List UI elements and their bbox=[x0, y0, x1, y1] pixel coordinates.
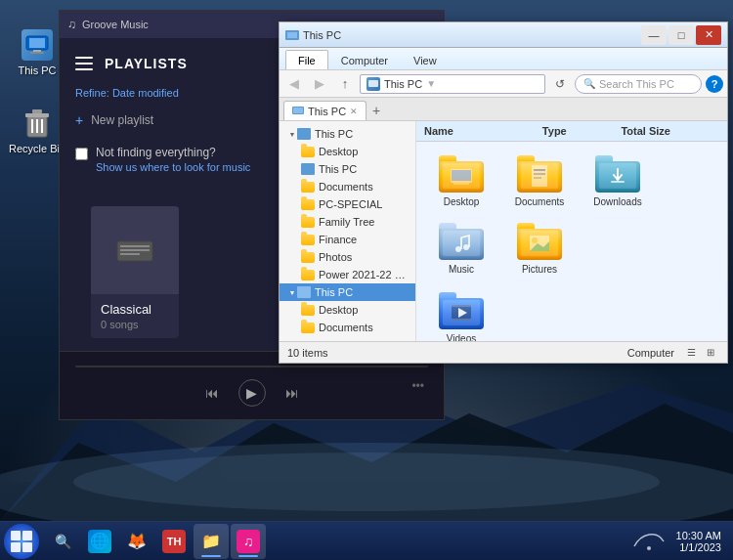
tree-item-this-pc-root[interactable]: This PC bbox=[280, 125, 415, 143]
view-tiles-button[interactable]: ⊞ bbox=[702, 345, 719, 361]
folder-icon-music bbox=[439, 223, 484, 260]
taskbar-app-explorer[interactable]: 📁 bbox=[194, 524, 229, 559]
folder-icon-videos bbox=[439, 292, 484, 329]
folder-label-documents: Documents bbox=[515, 196, 565, 207]
more-button[interactable]: ••• bbox=[411, 379, 424, 393]
col-header-type[interactable]: Type bbox=[542, 125, 622, 137]
plus-icon: + bbox=[75, 112, 83, 128]
taskbar-app-th[interactable]: TH bbox=[156, 524, 192, 559]
tree-item-power[interactable]: Power 2021-22 Utili bbox=[280, 266, 415, 283]
folder-tile-videos[interactable]: Videos bbox=[426, 288, 496, 341]
svg-rect-9 bbox=[25, 113, 49, 117]
tree-folder-icon-family bbox=[301, 217, 315, 228]
explorer-window: This PC — □ ✕ File Computer View ◀ ▶ ↑ bbox=[279, 22, 728, 364]
expand-arrow-2 bbox=[287, 287, 297, 297]
playlist-info: Classical 0 songs bbox=[91, 294, 179, 338]
explorer-taskbar-icon: 📁 bbox=[199, 530, 223, 553]
ribbon-tab-computer[interactable]: Computer bbox=[328, 50, 401, 69]
tree-label-photos: Photos bbox=[319, 251, 352, 263]
playlist-thumb bbox=[91, 206, 179, 294]
svg-rect-5 bbox=[29, 38, 45, 48]
tree-label-documents-2: Documents bbox=[319, 322, 373, 333]
folder-tile-desktop[interactable]: Desktop bbox=[426, 151, 496, 211]
tree-item-this-pc-highlighted[interactable]: This PC bbox=[280, 283, 415, 301]
not-finding-subtitle[interactable]: Show us where to look for music bbox=[96, 161, 250, 173]
help-button[interactable]: ? bbox=[706, 75, 723, 93]
col-header-size[interactable]: Total Size bbox=[621, 125, 700, 137]
up-button[interactable]: ↑ bbox=[334, 73, 356, 95]
clock-date: 1/1/2023 bbox=[676, 541, 721, 553]
folder-tile-music[interactable]: Music bbox=[426, 219, 496, 279]
search-box[interactable]: 🔍 Search This PC bbox=[575, 74, 702, 94]
folder-tile-pictures[interactable]: Pictures bbox=[504, 219, 575, 279]
address-dropdown-icon[interactable]: ▼ bbox=[426, 78, 436, 89]
svg-rect-20 bbox=[368, 80, 378, 87]
groove-sidebar-title: PLAYLISTS bbox=[105, 56, 188, 71]
back-button[interactable]: ◀ bbox=[283, 73, 305, 95]
tree-folder-icon-docs bbox=[301, 182, 315, 193]
new-tab-button[interactable]: + bbox=[366, 101, 386, 120]
play-button[interactable]: ▶ bbox=[238, 379, 266, 407]
tab-close-button[interactable]: ✕ bbox=[350, 107, 358, 116]
next-button[interactable]: ⏭ bbox=[285, 385, 299, 401]
explorer-active-indicator bbox=[201, 555, 221, 557]
prev-button[interactable]: ⏮ bbox=[205, 385, 219, 401]
ribbon-tab-view[interactable]: View bbox=[401, 50, 450, 69]
svg-rect-27 bbox=[534, 169, 545, 171]
tree-item-desktop-2[interactable]: Desktop bbox=[280, 301, 415, 319]
tree-item-label: This PC bbox=[315, 128, 353, 140]
desktop-icon-this-pc[interactable]: This PC bbox=[8, 29, 66, 76]
tree-item-finance[interactable]: Finance bbox=[280, 231, 415, 248]
not-finding-checkbox[interactable] bbox=[75, 148, 88, 160]
folder-tile-documents[interactable]: Documents bbox=[504, 151, 575, 211]
tree-item-photos[interactable]: Photos bbox=[280, 248, 415, 266]
view-details-button[interactable]: ☰ bbox=[682, 345, 700, 361]
svg-rect-16 bbox=[120, 249, 150, 251]
tree-item-desktop[interactable]: Desktop bbox=[280, 143, 415, 160]
player-progress[interactable] bbox=[75, 366, 428, 367]
groove-header: PLAYLISTS bbox=[60, 48, 294, 79]
taskbar-app-firefox[interactable]: 🦊 bbox=[119, 524, 154, 559]
refresh-button[interactable]: ↺ bbox=[549, 73, 571, 95]
tree-folder-icon-finance bbox=[301, 235, 315, 245]
tree-item-family-tree[interactable]: Family Tree bbox=[280, 213, 415, 231]
tree-item-pc-special[interactable]: PC-SPECIAL bbox=[280, 195, 415, 213]
desktop: This PC Recycle Bin ♫ Groove Music — □ ✕ bbox=[0, 0, 733, 560]
th-icon: TH bbox=[162, 530, 186, 553]
svg-rect-26 bbox=[532, 165, 547, 187]
refine-value[interactable]: Date modified bbox=[112, 87, 179, 99]
col-header-name[interactable]: Name bbox=[424, 125, 542, 137]
explorer-minimize-button[interactable]: — bbox=[641, 25, 667, 45]
forward-button[interactable]: ▶ bbox=[309, 73, 330, 95]
svg-rect-28 bbox=[534, 173, 545, 175]
tree-folder-icon bbox=[301, 147, 315, 157]
tree-item-this-pc-2[interactable]: This PC bbox=[280, 160, 415, 178]
svg-rect-25 bbox=[453, 183, 469, 185]
playlist-classical[interactable]: Classical 0 songs bbox=[91, 206, 179, 338]
explorer-window-controls: — □ ✕ bbox=[641, 25, 721, 45]
tree-label-this-pc-3: This PC bbox=[315, 286, 353, 298]
taskbar-app-edge[interactable]: 🌐 bbox=[82, 524, 117, 559]
folder-tile-downloads[interactable]: Downloads bbox=[582, 151, 653, 211]
player-controls: ⏮ ▶ ⏭ bbox=[75, 379, 428, 407]
tree-item-documents-2[interactable]: Documents bbox=[280, 319, 415, 336]
ribbon: File Computer View bbox=[280, 48, 727, 70]
explorer-close-button[interactable]: ✕ bbox=[696, 25, 721, 45]
content-header: Name Type Total Size bbox=[416, 121, 727, 142]
svg-rect-29 bbox=[534, 177, 541, 179]
taskbar-app-groove[interactable]: ♫ bbox=[231, 524, 266, 559]
address-path[interactable]: This PC ▼ bbox=[360, 74, 545, 94]
taskbar-search-button[interactable]: 🔍 bbox=[45, 524, 80, 559]
start-button[interactable] bbox=[4, 524, 39, 559]
tree-item-documents[interactable]: Documents bbox=[280, 178, 415, 195]
hamburger-menu-button[interactable] bbox=[75, 57, 93, 70]
folder-grid-row2: Videos bbox=[416, 288, 727, 341]
explorer-maximize-button[interactable]: □ bbox=[668, 25, 694, 45]
desktop-icon-recycle-bin[interactable]: Recycle Bin bbox=[8, 108, 66, 154]
new-playlist-button[interactable]: + New playlist bbox=[60, 107, 294, 134]
svg-rect-39 bbox=[452, 319, 471, 321]
ribbon-tab-file[interactable]: File bbox=[285, 50, 328, 69]
tree-label-desktop: Desktop bbox=[319, 146, 358, 157]
recycle-bin-label: Recycle Bin bbox=[9, 143, 65, 154]
tab-this-pc[interactable]: This PC ✕ bbox=[283, 101, 366, 120]
